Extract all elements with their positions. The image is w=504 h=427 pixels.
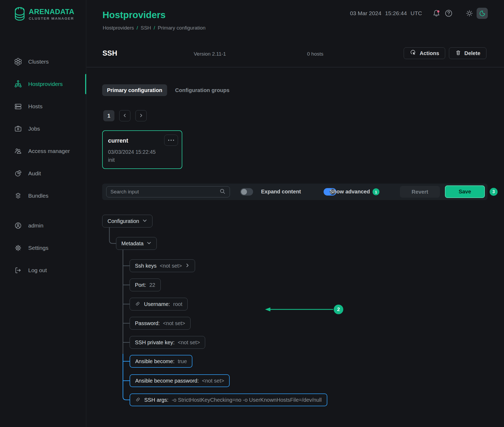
search-box (106, 186, 230, 197)
sidebar-item-label: Audit (28, 170, 41, 177)
trash-icon (455, 49, 461, 57)
node-label: Metadata (121, 241, 143, 247)
pagination-next-button[interactable] (135, 110, 147, 121)
notifications-bell-icon[interactable] (432, 9, 441, 18)
chevron-right-icon (139, 113, 143, 118)
delete-button-label: Delete (464, 50, 480, 56)
brand-name: ARENADATA (29, 8, 74, 16)
light-theme-sun-icon[interactable] (465, 9, 474, 18)
show-advanced-badge: 1 (373, 188, 379, 195)
sidebar: ARENADATA CLUSTER MANAGER Clusters Hos (0, 0, 86, 427)
eraser-icon (135, 301, 141, 308)
breadcrumb-item: Primary configuration (158, 25, 206, 31)
dark-theme-moon-icon[interactable] (477, 8, 488, 19)
entity-name: SSH (102, 49, 117, 57)
sidebar-item-label: Access manager (28, 148, 70, 154)
actions-button[interactable]: Actions (404, 47, 445, 59)
tree-node-configuration[interactable]: Configuration (102, 215, 152, 227)
breadcrumb-item[interactable]: Hostproviders (103, 25, 134, 31)
clusters-icon (14, 57, 22, 66)
field-value: <not set> (160, 263, 182, 269)
tree-field-password[interactable]: Password: <not set> (130, 317, 191, 330)
field-label: Ansible become: (135, 358, 175, 364)
header-divider (86, 67, 504, 67)
actions-button-label: Actions (420, 50, 439, 56)
logout-icon (14, 266, 22, 275)
datetime: 03 Mar 2024 15:26:44 UTC (350, 10, 422, 16)
chevron-right-icon (185, 263, 190, 269)
hosts-icon (14, 102, 22, 111)
sidebar-item-label: Clusters (28, 59, 49, 65)
version-card-menu-button[interactable] (164, 135, 178, 146)
sidebar-item-admin[interactable]: admin (0, 214, 86, 237)
timezone-text: UTC (411, 10, 422, 16)
access-manager-icon (14, 147, 22, 155)
tree-field-ssh-private-key[interactable]: SSH private key: <not set> (130, 336, 205, 349)
pagination-page-1[interactable]: 1 (103, 110, 114, 121)
sidebar-item-label: Settings (28, 245, 48, 251)
sidebar-item-label: Hostproviders (28, 81, 63, 87)
chevron-down-icon (147, 241, 151, 247)
user-icon (14, 221, 22, 230)
help-icon[interactable] (444, 9, 453, 18)
sidebar-item-bundles[interactable]: Bundles (0, 185, 86, 207)
show-advanced-label: Show advanced (330, 189, 370, 195)
field-value: 22 (149, 282, 155, 288)
search-icon (219, 188, 226, 196)
chevron-down-icon (142, 218, 147, 224)
tree-node-metadata[interactable]: Metadata (116, 237, 157, 250)
database-logo-icon (13, 5, 27, 23)
sidebar-item-audit[interactable]: Audit (0, 162, 86, 185)
node-label: Configuration (108, 218, 139, 224)
entity-version: Version 2.11-1 (194, 51, 226, 57)
tree-field-ansible-become-password[interactable]: Ansible become password: <not set> (130, 374, 230, 387)
sidebar-item-logout[interactable]: Log out (0, 259, 86, 281)
gear-icon (14, 244, 22, 252)
actions-click-icon (410, 49, 417, 57)
tab-configuration-groups[interactable]: Configuration groups (170, 84, 234, 96)
save-button[interactable]: Save (445, 185, 485, 198)
sidebar-item-label: admin (28, 222, 43, 229)
save-changes-badge: 3 (490, 188, 498, 196)
delete-button[interactable]: Delete (449, 47, 486, 59)
tree-field-username[interactable]: Username: root (130, 298, 188, 310)
breadcrumb-item[interactable]: SSH (141, 25, 151, 31)
field-label: Port: (135, 282, 146, 288)
expand-content-label: Expand content (261, 189, 301, 195)
jobs-icon (14, 125, 22, 133)
field-value: root (173, 301, 182, 307)
tree-field-port[interactable]: Port: 22 (130, 279, 161, 291)
field-value: <not set> (202, 378, 224, 384)
pagination-prev-button[interactable] (119, 110, 130, 121)
tab-label: Primary configuration (107, 87, 162, 93)
breadcrumb-separator: / (154, 25, 155, 31)
sidebar-item-jobs[interactable]: Jobs (0, 118, 86, 140)
tree-field-ssh-keys[interactable]: Ssh keys <not set> (130, 259, 195, 272)
chevron-left-icon (123, 113, 127, 118)
arenadata-logo[interactable]: ARENADATA CLUSTER MANAGER (13, 5, 74, 23)
brand-subtitle: CLUSTER MANAGER (29, 16, 74, 20)
tree-field-ansible-become[interactable]: Ansible become: true (130, 355, 192, 368)
search-input[interactable] (110, 189, 219, 195)
tree-field-ssh-args[interactable]: SSH args: -o StrictHostKeyChecking=no -o… (130, 393, 327, 406)
config-version-card-current[interactable]: current 03/03/2024 15:22:45 init (102, 130, 182, 169)
sidebar-item-settings[interactable]: Settings (0, 237, 86, 259)
field-value: -o StrictHostKeyChecking=no -o UserKnown… (172, 397, 322, 403)
tab-primary-configuration[interactable]: Primary configuration (102, 84, 167, 96)
sidebar-item-hosts[interactable]: Hosts (0, 95, 86, 118)
audit-icon (14, 169, 22, 178)
revert-button[interactable]: Revert (400, 186, 440, 198)
breadcrumb-separator: / (137, 25, 138, 31)
sidebar-item-access-manager[interactable]: Access manager (0, 140, 86, 162)
page-number: 1 (107, 113, 110, 119)
sidebar-item-label: Jobs (28, 126, 40, 132)
sidebar-item-hostproviders[interactable]: Hostproviders (0, 73, 86, 95)
expand-content-toggle[interactable] (240, 188, 253, 196)
time-text: 15:26:44 (385, 10, 407, 16)
annotation-step-badge: 2 (334, 305, 343, 314)
sidebar-item-clusters[interactable]: Clusters (0, 51, 86, 73)
field-value: <not set> (178, 339, 200, 346)
field-label: Password: (135, 320, 160, 326)
field-label: SSH args: (144, 397, 168, 403)
annotation-arrow (263, 305, 335, 313)
